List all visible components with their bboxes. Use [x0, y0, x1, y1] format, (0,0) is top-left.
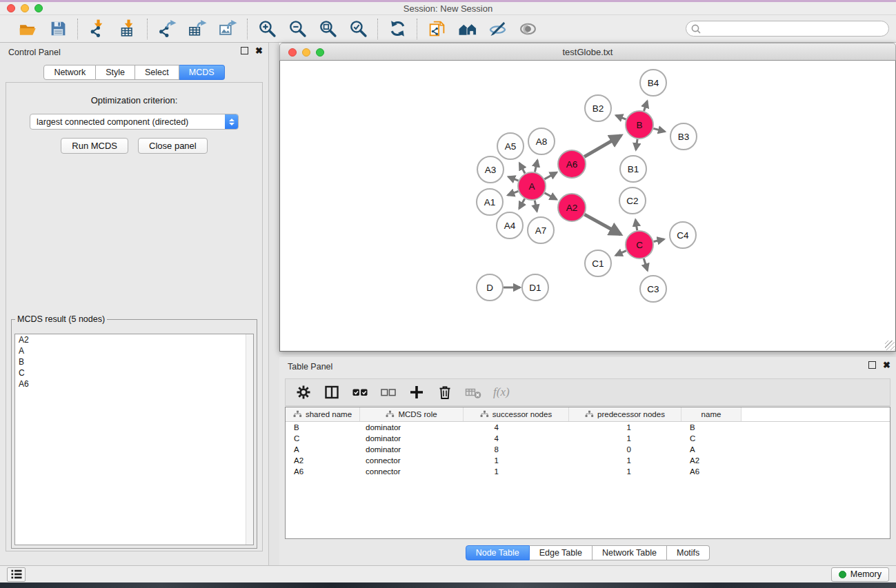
table-row[interactable]: Bdominator41B [286, 422, 890, 433]
graph-node-D[interactable]: D [477, 274, 503, 301]
table-row[interactable]: A2connector11A2 [286, 455, 890, 466]
resize-grip-icon[interactable] [885, 341, 895, 350]
show-graphics-icon[interactable] [518, 19, 537, 39]
table-row[interactable]: A6connector11A6 [286, 466, 890, 477]
tab-style[interactable]: Style [96, 65, 135, 80]
graph-edge-B-B1[interactable] [636, 139, 637, 150]
graph-node-A4[interactable]: A4 [497, 212, 523, 239]
graph-node-B[interactable]: B [626, 111, 653, 139]
column-header-shared-name[interactable]: shared name [286, 407, 360, 421]
column-header-mcds-role[interactable]: MCDS role [360, 407, 464, 421]
graph-edge-A-A1[interactable] [508, 191, 518, 195]
result-scrollbar[interactable] [246, 334, 253, 545]
zoom-window-icon[interactable] [34, 4, 43, 12]
delete-column-icon[interactable] [437, 384, 453, 401]
graph-edge-A-A3[interactable] [508, 176, 519, 181]
mcds-result-item[interactable]: C [15, 367, 253, 378]
import-table-icon[interactable] [118, 19, 137, 39]
graph-edge-A-A4[interactable] [519, 199, 525, 208]
graph-node-C4[interactable]: C4 [670, 222, 696, 248]
close-panel-icon[interactable]: ✖ [255, 47, 263, 54]
graph-edge-A2-C[interactable] [584, 214, 620, 234]
tab-edge-table[interactable]: Edge Table [530, 545, 593, 560]
settings-icon[interactable] [295, 384, 312, 401]
graph-node-B2[interactable]: B2 [585, 95, 611, 121]
graph-node-A[interactable]: A [518, 172, 546, 200]
column-header-predecessor-nodes[interactable]: predecessor nodes [569, 407, 681, 421]
graph-node-C[interactable]: C [626, 231, 653, 258]
columns-icon[interactable] [323, 384, 340, 401]
graph-node-A6[interactable]: A6 [558, 150, 586, 178]
import-network-icon[interactable] [88, 19, 107, 39]
table-row[interactable]: Cdominator41C [286, 433, 890, 444]
graph-node-A3[interactable]: A3 [477, 156, 504, 183]
zoom-fit-icon[interactable] [318, 19, 337, 39]
table-row[interactable]: Adominator80A [286, 444, 890, 455]
tab-select[interactable]: Select [135, 65, 179, 80]
graph-node-B3[interactable]: B3 [670, 123, 697, 150]
mcds-result-item[interactable]: B [15, 356, 253, 367]
tab-motifs[interactable]: Motifs [667, 545, 710, 560]
network-canvas[interactable]: B4B2BB3B1A5A8A6A3AA1A2C2A4A7C4CC1C3DD1 [279, 61, 896, 352]
open-icon[interactable] [18, 19, 37, 39]
graph-node-A2[interactable]: A2 [558, 194, 586, 221]
export-image-icon[interactable] [218, 19, 237, 39]
minimize-window-icon[interactable] [21, 4, 29, 12]
save-icon[interactable] [48, 19, 68, 39]
mcds-result-item[interactable]: A6 [15, 378, 253, 389]
graph-node-B4[interactable]: B4 [640, 70, 666, 96]
zoom-network-window-icon[interactable] [316, 48, 324, 57]
zoom-selected-icon[interactable] [348, 19, 368, 39]
close-panel-button[interactable]: Close panel [138, 138, 208, 154]
graph-node-C1[interactable]: C1 [585, 250, 611, 276]
tab-node-table[interactable]: Node Table [466, 545, 530, 560]
graph-edge-A-A7[interactable] [535, 201, 537, 212]
float-table-panel-icon[interactable] [868, 361, 876, 369]
minimize-network-window-icon[interactable] [302, 48, 310, 57]
tab-network-table[interactable]: Network Table [593, 545, 667, 560]
graph-edge-C-C2[interactable] [635, 220, 637, 231]
graph-edge-B-B3[interactable] [653, 128, 665, 131]
new-network-icon[interactable] [427, 19, 446, 39]
tab-network[interactable]: Network [43, 65, 96, 80]
home-icon[interactable] [457, 19, 477, 39]
graph-node-A7[interactable]: A7 [528, 217, 554, 243]
graph-edge-B-B4[interactable] [644, 101, 648, 111]
network-window-titlebar[interactable]: testGlobe.txt [279, 43, 896, 61]
run-mcds-button[interactable]: Run MCDS [61, 138, 128, 154]
optimization-criterion-select[interactable]: largest connected component (directed) [30, 114, 239, 130]
graph-edge-A-A5[interactable] [519, 163, 525, 174]
add-column-icon[interactable] [408, 384, 425, 401]
zoom-in-icon[interactable] [257, 19, 277, 39]
mcds-result-item[interactable]: A [15, 345, 253, 356]
tab-mcds[interactable]: MCDS [179, 65, 225, 80]
graph-node-A1[interactable]: A1 [477, 189, 503, 215]
graph-edge-C-C1[interactable] [616, 251, 626, 256]
graph-node-C3[interactable]: C3 [640, 276, 666, 302]
column-header-name[interactable]: name [681, 407, 741, 421]
column-header-successor-nodes[interactable]: successor nodes [464, 407, 569, 421]
graph-node-D1[interactable]: D1 [522, 274, 548, 301]
graph-node-A5[interactable]: A5 [497, 133, 524, 159]
memory-button[interactable]: Memory [831, 567, 889, 582]
graph-edge-A-A8[interactable] [535, 160, 537, 172]
graph-node-A8[interactable]: A8 [528, 128, 555, 154]
graph-edge-A-A6[interactable] [544, 172, 557, 179]
mcds-result-item[interactable]: A2 [15, 334, 253, 345]
close-window-icon[interactable] [7, 4, 15, 12]
hide-graphics-icon[interactable] [488, 19, 507, 39]
graph-node-C2[interactable]: C2 [619, 187, 646, 214]
graph-edge-C-C3[interactable] [644, 258, 647, 270]
task-history-button[interactable] [7, 567, 26, 582]
refresh-icon[interactable] [388, 19, 407, 39]
graph-edge-A6-B[interactable] [584, 136, 621, 157]
close-network-window-icon[interactable] [288, 48, 297, 57]
select-all-icon[interactable] [352, 384, 368, 401]
search-input[interactable] [686, 21, 889, 37]
graph-edge-C-C4[interactable] [653, 239, 664, 241]
float-panel-icon[interactable] [241, 47, 248, 54]
zoom-out-icon[interactable] [288, 19, 307, 39]
graph-edge-A-A2[interactable] [545, 193, 557, 199]
export-network-icon[interactable] [157, 19, 177, 39]
close-table-panel-icon[interactable]: ✖ [883, 361, 890, 369]
